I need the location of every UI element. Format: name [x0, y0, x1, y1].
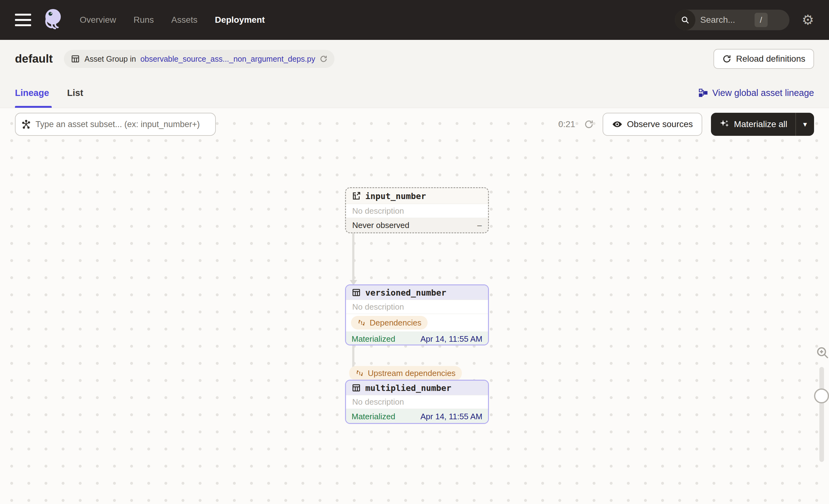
asset-name: input_number: [365, 191, 426, 201]
primary-nav: Overview Runs Assets Deployment: [80, 15, 265, 25]
status-timestamp[interactable]: Apr 14, 11:55 AM: [421, 334, 482, 344]
tab-bar: Lineage List View global asset lineage: [0, 78, 829, 108]
asset-node-input-number[interactable]: input_number No description Never observ…: [345, 187, 489, 233]
status-timestamp[interactable]: Apr 14, 11:55 AM: [421, 412, 482, 422]
asset-description: No description: [346, 204, 488, 218]
hamburger-menu-icon[interactable]: [15, 14, 31, 26]
asset-group-prefix: Asset Group in: [84, 55, 136, 64]
asset-node-versioned-number[interactable]: versioned_number No description Dependen…: [345, 284, 489, 346]
zoom-in-icon[interactable]: [815, 346, 829, 360]
search-shortcut-badge: /: [755, 13, 768, 27]
asset-description: No description: [346, 300, 488, 314]
observable-source-asset-icon: [352, 191, 361, 201]
asset-name: multiplied_number: [365, 383, 451, 393]
lineage-canvas[interactable]: 0:21 Observe sources Materia: [0, 108, 829, 504]
tab-lineage[interactable]: Lineage: [15, 78, 49, 108]
dagster-logo-icon[interactable]: [39, 7, 65, 33]
page-header: default Asset Group in observable_source…: [0, 40, 829, 78]
refresh-timer: 0:21: [558, 119, 576, 129]
asset-name: versioned_number: [365, 288, 446, 297]
asset-group-pill: Asset Group in observable_source_ass..._…: [64, 50, 334, 68]
upstream-dependencies-badge[interactable]: Upstream dependencies: [349, 366, 462, 380]
reload-definitions-button[interactable]: Reload definitions: [714, 49, 814, 69]
lineage-toolbar: 0:21 Observe sources Materia: [0, 112, 829, 136]
asset-status-row: Never observed –: [346, 218, 488, 232]
asset-node-multiplied-number[interactable]: multiplied_number No description Materia…: [345, 380, 489, 424]
nav-deployment[interactable]: Deployment: [215, 15, 265, 25]
nav-overview[interactable]: Overview: [80, 15, 116, 25]
status-label: Never observed: [352, 220, 409, 230]
nav-runs[interactable]: Runs: [134, 15, 154, 25]
sync-alert-icon: [355, 369, 364, 377]
zoom-slider-thumb[interactable]: [814, 389, 829, 403]
edge-input-to-versioned: [352, 233, 354, 281]
gear-icon[interactable]: ⚙: [802, 13, 814, 27]
refresh-icon[interactable]: [320, 55, 328, 63]
table-asset-icon: [352, 288, 361, 297]
status-label: Materialized: [352, 412, 395, 422]
search-icon: [675, 10, 695, 30]
lineage-graph-icon: [698, 88, 708, 98]
materialize-all-split-button: Materialize all ▾: [711, 113, 814, 136]
asset-subset-input[interactable]: [36, 120, 210, 129]
asset-status-row: Materialized Apr 14, 11:55 AM: [346, 331, 488, 346]
status-label: Materialized: [352, 334, 395, 344]
search-input[interactable]: [695, 15, 755, 25]
graph-query-icon: [21, 119, 31, 129]
view-global-asset-lineage-link[interactable]: View global asset lineage: [698, 88, 814, 98]
table-asset-icon: [352, 383, 361, 393]
materialize-all-button[interactable]: Materialize all: [711, 113, 795, 136]
refresh-graph-icon[interactable]: [584, 119, 594, 129]
asset-description: No description: [346, 395, 488, 409]
page-title: default: [15, 52, 52, 65]
nav-assets[interactable]: Assets: [171, 15, 197, 25]
asset-status-row: Materialized Apr 14, 11:55 AM: [346, 409, 488, 424]
top-nav-bar: Overview Runs Assets Deployment / ⚙: [0, 0, 829, 40]
reload-icon: [722, 54, 731, 64]
status-value: –: [477, 220, 482, 230]
global-search[interactable]: /: [675, 10, 789, 30]
materialize-options-caret[interactable]: ▾: [795, 113, 814, 136]
edge-versioned-to-multiplied: [352, 346, 354, 367]
tab-list[interactable]: List: [67, 78, 83, 108]
dependencies-changed-badge[interactable]: Dependencies: [351, 316, 428, 330]
sync-alert-icon: [357, 318, 366, 327]
sparkle-icon: [719, 119, 730, 130]
asset-group-icon: [71, 54, 80, 64]
observe-sources-button[interactable]: Observe sources: [603, 113, 702, 136]
eye-icon: [612, 119, 622, 130]
asset-group-file-link[interactable]: observable_source_ass..._non_argument_de…: [140, 55, 316, 64]
asset-subset-filter[interactable]: [15, 113, 216, 136]
zoom-slider-track[interactable]: [819, 367, 824, 462]
